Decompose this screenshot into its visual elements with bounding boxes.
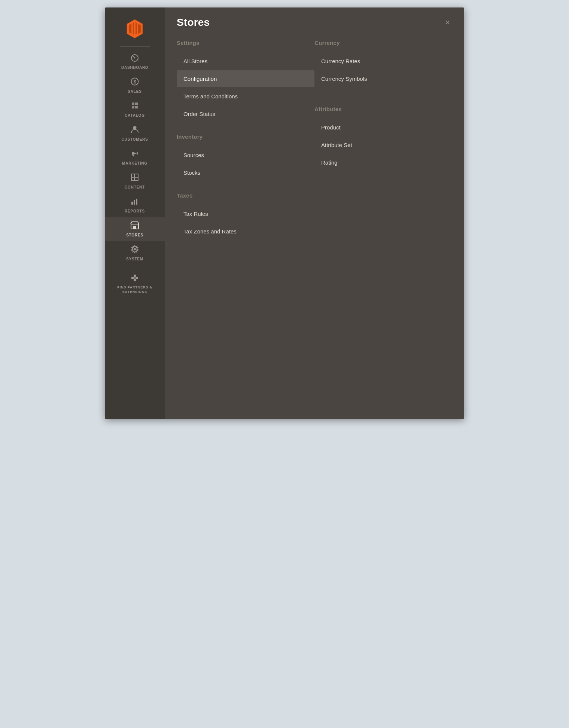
sidebar-item-marketing[interactable]: MARKETING [105,146,165,169]
svg-marker-12 [132,152,137,155]
svg-rect-19 [134,200,135,205]
svg-point-24 [134,248,136,250]
sales-icon: $ [131,77,139,87]
panel-header: Stores × [177,16,452,28]
sidebar-item-customers[interactable]: CUSTOMERS [105,122,165,146]
svg-rect-10 [135,106,138,108]
extensions-label: FIND PARTNERS & EXTENSIONS [105,285,165,294]
svg-rect-9 [132,106,134,108]
sidebar-item-system[interactable]: SYSTEM [105,241,165,265]
svg-rect-7 [132,103,134,105]
svg-point-11 [133,126,137,129]
svg-rect-18 [131,202,133,205]
attributes-heading: Attributes [314,106,452,112]
settings-section: Settings All Stores Configuration Terms … [177,40,314,122]
logo-area [105,11,165,45]
menu-columns: Settings All Stores Configuration Terms … [177,40,452,250]
svg-rect-28 [134,279,136,281]
customers-icon [131,125,139,135]
sidebar-divider-bottom [120,267,150,267]
marketing-label: MARKETING [122,161,147,166]
sidebar-item-stores[interactable]: STORES [105,217,165,241]
catalog-icon [131,101,139,111]
left-column: Settings All Stores Configuration Terms … [177,40,314,250]
svg-rect-27 [136,277,138,279]
terms-conditions-link[interactable]: Terms and Conditions [177,88,314,105]
svg-text:$: $ [133,79,136,85]
stocks-link[interactable]: Stocks [177,164,314,181]
sources-link[interactable]: Sources [177,147,314,163]
sidebar: DASHBOARD $ SALES CATALOG [105,7,165,419]
reports-icon [131,197,139,207]
svg-rect-8 [135,103,138,105]
inventory-section: Inventory Sources Stocks [177,134,314,181]
reports-label: REPORTS [125,209,145,214]
currency-rates-link[interactable]: Currency Rates [314,53,452,70]
stores-label: STORES [126,233,143,238]
svg-rect-14 [133,155,134,156]
sidebar-item-reports[interactable]: REPORTS [105,193,165,217]
sidebar-item-content[interactable]: CONTENT [105,169,165,193]
marketing-icon [131,149,139,159]
order-status-link[interactable]: Order Status [177,105,314,122]
panel-title: Stores [177,16,210,28]
svg-rect-29 [134,277,136,279]
dashboard-icon [130,53,139,63]
settings-heading: Settings [177,40,314,46]
currency-symbols-link[interactable]: Currency Symbols [314,70,452,87]
currency-section: Currency Currency Rates Currency Symbols [314,40,452,87]
attributes-section: Attributes Product Attribute Set Rating [314,106,452,171]
sidebar-item-dashboard[interactable]: DASHBOARD [105,50,165,74]
inventory-heading: Inventory [177,134,314,140]
taxes-heading: Taxes [177,192,314,199]
content-label: CONTENT [125,185,145,190]
currency-heading: Currency [314,40,452,46]
sales-label: SALES [128,89,142,94]
catalog-label: CATALOG [125,113,145,118]
svg-rect-13 [137,152,138,155]
svg-rect-22 [133,226,136,229]
svg-rect-25 [131,277,134,279]
content-panel: Stores × Settings All Stores Configurati… [165,7,464,419]
product-link[interactable]: Product [314,119,452,136]
all-stores-link[interactable]: All Stores [177,53,314,70]
stores-icon [130,221,139,231]
sidebar-item-sales[interactable]: $ SALES [105,74,165,98]
sidebar-divider-top [120,46,150,47]
taxes-section: Taxes Tax Rules Tax Zones and Rates [177,192,314,240]
extensions-icon [131,274,139,284]
svg-rect-26 [134,275,136,277]
customers-label: CUSTOMERS [122,137,148,142]
content-icon [131,173,139,183]
attribute-set-link[interactable]: Attribute Set [314,137,452,153]
system-icon [131,245,139,255]
tax-rules-link[interactable]: Tax Rules [177,205,314,222]
close-button[interactable]: × [443,17,452,28]
configuration-link[interactable]: Configuration [177,70,314,87]
dashboard-label: DASHBOARD [121,65,148,70]
rating-link[interactable]: Rating [314,154,452,171]
svg-point-4 [134,58,136,59]
sidebar-item-extensions[interactable]: FIND PARTNERS & EXTENSIONS [105,270,165,298]
sidebar-item-catalog[interactable]: CATALOG [105,98,165,122]
svg-rect-20 [136,199,137,205]
tax-zones-link[interactable]: Tax Zones and Rates [177,223,314,240]
magento-logo [124,18,146,40]
system-label: SYSTEM [126,257,143,261]
main-container: DASHBOARD $ SALES CATALOG [105,7,464,419]
right-column: Currency Currency Rates Currency Symbols… [314,40,452,250]
